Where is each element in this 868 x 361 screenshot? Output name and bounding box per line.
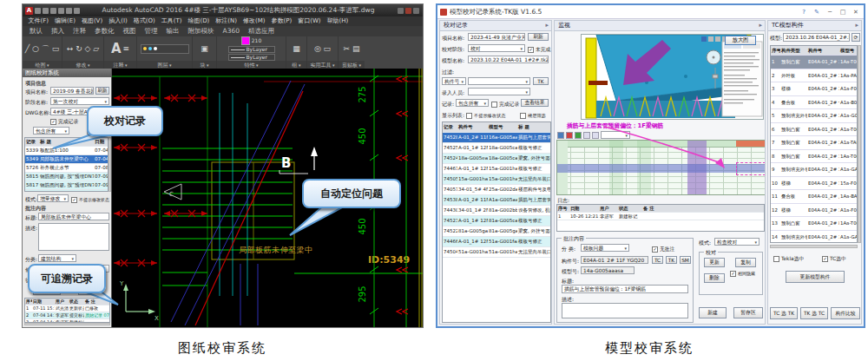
panel-label[interactable]: 实用工具	[307, 61, 338, 69]
redo-icon[interactable]	[74, 8, 80, 14]
help-button[interactable]: ?	[799, 9, 809, 16]
record-table-scrollbar[interactable]	[108, 137, 111, 192]
text-tool-icon[interactable]: A ≡	[104, 36, 136, 61]
lineweight-dropdown[interactable]: ByLayer	[228, 54, 275, 61]
menu-item[interactable]: 修改(M)	[240, 16, 268, 26]
refresh-button[interactable]: 刷新	[528, 33, 549, 41]
panel-header[interactable]: TC模型构件	[768, 21, 861, 31]
stage-combo[interactable]: 第一次校对	[50, 97, 109, 105]
component-row[interactable]: 14 预制填充外墙 E04A-01_2# 1F Y.. A1a-GA03	[771, 231, 857, 244]
issue-row[interactable]: 74523 A-01_1# 12F YGC 81a-G005caaba 模板号修…	[443, 216, 550, 226]
modify-tools-icons[interactable]: ↔ ↻ ◇ ▱	[62, 36, 103, 61]
view-result-button[interactable]: 查看结果	[521, 99, 549, 107]
panel-label[interactable]: 修改	[62, 61, 103, 69]
grid-view-combo[interactable]	[601, 131, 630, 139]
component-row[interactable]: 3 楼梯 E04A-01_2# 3F Y.. A1a-F002	[771, 82, 857, 96]
tk-button[interactable]: TK	[533, 77, 549, 85]
component-row[interactable]: 10 楼梯 E04A-01_2# 12F.. 15a-F001	[771, 177, 857, 191]
minimize-button[interactable]: ─	[825, 9, 835, 16]
undo-icon[interactable]	[66, 8, 72, 14]
record-row[interactable]: 5726 补齐横止水节 07-08	[25, 164, 108, 173]
menu-item[interactable]: 文件(F)	[25, 16, 52, 26]
project-name-combo[interactable]: 2023-41-49 良渚产业片区ZH-02#单体	[468, 33, 525, 41]
grid-tool-icon[interactable]	[592, 132, 599, 139]
maximize-button[interactable]: □	[838, 9, 848, 16]
properties-controls[interactable]: 210 ByLayer ByLayer	[217, 36, 286, 61]
quick-access-toolbar[interactable]: A	[23, 7, 82, 15]
block-icon[interactable]: ▣	[193, 36, 216, 61]
component-row[interactable]: 11 叠合板 E04A-01_2# 八层.. 1Aa-BA02	[771, 190, 857, 204]
grid-tool-icon[interactable]	[583, 132, 590, 139]
class-combo[interactable]: 建筑结构	[38, 254, 76, 262]
record-filter-combo[interactable]: 包含所有	[456, 99, 489, 107]
refresh-button[interactable]: 刷新	[95, 87, 109, 95]
record-row[interactable]: 5349 局部板筋未伸至梁中心 07-04	[25, 155, 108, 164]
draw-tools-icons[interactable]: ╱ ○ ⌒ ▭	[23, 36, 62, 61]
title-input[interactable]: 插筋与上层套管预留偏位：1F梁钢筋	[562, 285, 688, 293]
panel-header[interactable]: 校对记录	[440, 21, 551, 31]
component-row[interactable]: 6 预制凸窗 E04A-01_2# 3F Y.. A1a-T001	[771, 123, 857, 137]
ribbon-tab[interactable]: 附加模块	[184, 26, 219, 36]
record-row[interactable]: 5339 板配筋1:100 07-04	[25, 147, 108, 155]
layer-combo[interactable]	[137, 36, 192, 61]
viewport-3d[interactable]	[581, 34, 764, 120]
delete-button[interactable]: 删除	[704, 273, 725, 283]
ribbon-tab[interactable]: 参数化	[90, 26, 119, 36]
update-button[interactable]: 更新	[704, 258, 725, 267]
new-button[interactable]: 新建	[699, 307, 727, 318]
zoom-view-button[interactable]: 放大图	[725, 36, 756, 45]
panel-label[interactable]: 特性	[217, 61, 286, 69]
hold-button[interactable]: 暂存区	[733, 307, 763, 318]
tc-select-checkbox[interactable]: TC选中	[822, 255, 846, 262]
unfinished-checkbox[interactable]: 未完成	[528, 46, 550, 53]
refresh-model-button[interactable]: ⟳	[852, 33, 860, 42]
component-row[interactable]: 13 预制凸窗 E04A-01_2# 8F Y.. 1Aa-T001	[771, 217, 857, 231]
project-name-combo[interactable]: 2019-09 春香花园河项目4#	[50, 87, 94, 95]
person-combo[interactable]	[468, 88, 530, 95]
new-icon[interactable]	[35, 8, 41, 14]
tk-button[interactable]: TK	[666, 256, 677, 264]
issue-row[interactable]: 74467 A-01_1# 12F YGC 15a-G001haaba 模板号修…	[443, 164, 550, 174]
ribbon-tab[interactable]: 默认	[25, 26, 47, 36]
component-row[interactable]: 7 预制凸窗 E04A-01_2# 3F Y.. A1a-TA02	[771, 136, 857, 150]
panel-label[interactable]: 注释	[104, 61, 136, 69]
component-row[interactable]: 8 预制凸窗 E04A-01_2# 3F Y.. 1Aa-T003	[771, 150, 857, 164]
mode-combo[interactable]: 增量修改	[37, 194, 69, 202]
spreadsheet-grid[interactable]	[556, 140, 766, 195]
same-hide-checkbox[interactable]: 相同隐藏	[730, 270, 755, 277]
stage-combo[interactable]: 校对	[468, 44, 525, 52]
history-hscrollbar[interactable]	[24, 323, 110, 325]
component-row[interactable]: 2 外叶板 E04A-01_2# 3F Y.. 1Aa-PA01	[771, 69, 857, 83]
component-row[interactable]: 9 预制填充外墙 E04A-01_2# 3F Y.. A1a-GA02	[771, 163, 857, 177]
copy-button[interactable]: 复制	[735, 258, 756, 267]
issue-row[interactable]: 74528 A-01_2# 11F YGC 16a-G005aaasa 插筋与上…	[443, 133, 550, 143]
infocenter-icons[interactable]	[394, 8, 423, 14]
autocad-logo-icon[interactable]: A	[25, 7, 33, 15]
component-row[interactable]: 4 叠合板 E04A-01_2# 十层.. A1a-B003	[771, 96, 857, 110]
mode-combo[interactable]: 检查校对	[714, 238, 760, 246]
help-icon[interactable]	[413, 8, 419, 14]
tc-to-tk-button[interactable]: TC 选 TK	[770, 307, 798, 319]
component-table-hscrollbar[interactable]	[770, 245, 858, 248]
component-row[interactable]: 1 预制凸窗 E04A-01_2# 3F Y.. 1Aa-T002	[771, 56, 857, 69]
menu-item[interactable]: 格式(O)	[130, 16, 158, 26]
close-button[interactable]: ✕	[851, 9, 861, 16]
panel-header[interactable]: 监视	[555, 21, 765, 31]
grid-toolbar[interactable]	[557, 131, 630, 139]
issue-row[interactable]: 74524 18a-G005eaaba 18a-G005caaba 梁窝, 外挂…	[443, 154, 550, 164]
record-row[interactable]: 5815 钢筋图问题, 按“预埋DN75止水” 07-09	[25, 173, 108, 181]
issue-row[interactable]: 74466 A-01_1# 12F YGC 51a-G001faaba 模板号修…	[443, 237, 550, 247]
grid-tool-icon[interactable]	[557, 132, 564, 139]
open-icon[interactable]	[43, 8, 49, 14]
issue-row[interactable]: 74538 A-01_2# 11F YGC A1a-G005aaasa 插筋与上…	[443, 195, 550, 206]
print-icon[interactable]	[58, 8, 64, 14]
layer-dropdown[interactable]	[141, 44, 189, 54]
panel-label[interactable]: 块	[193, 61, 216, 69]
model-name-combo[interactable]: 2023.10.22 E04A-01_1#2#.tkZP	[468, 56, 549, 63]
clipboard-icon[interactable]: ✂ ▤	[339, 36, 365, 61]
record-row[interactable]: 5817 钢筋图问题, 按“预埋DN75止水” 07-09	[25, 181, 108, 190]
no-note-checkbox[interactable]: 无批注	[652, 246, 674, 253]
history-row[interactable]: 1 07-11 15:10 武光清 更新状态 已修改	[25, 305, 109, 312]
floor-filter-checkbox[interactable]: 楼层筛选	[520, 112, 546, 119]
issue-row[interactable]: 74057 34-01_5# 4F YGC 25a-G002dabaa 楼层构件…	[443, 185, 550, 195]
